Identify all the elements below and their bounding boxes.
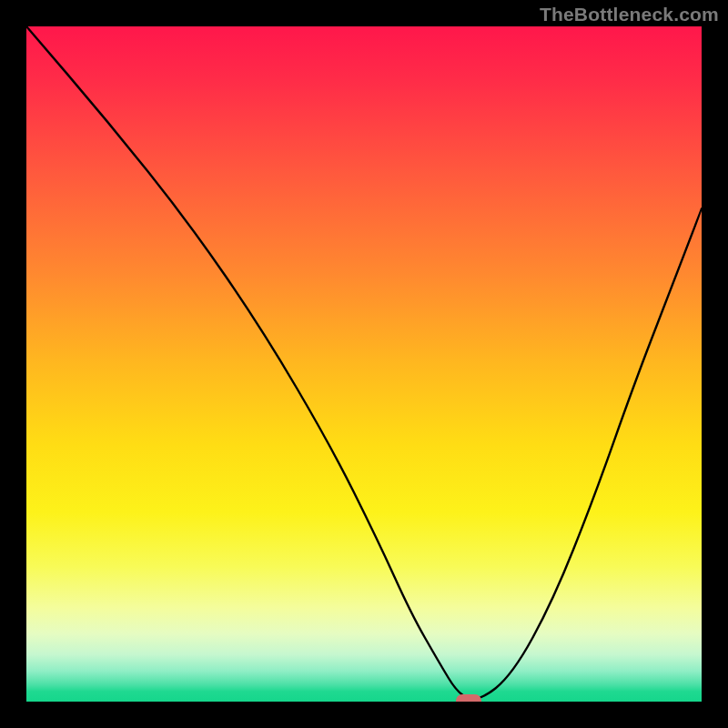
bottleneck-curve (26, 26, 702, 702)
attribution-label: TheBottleneck.com (540, 4, 719, 25)
chart-container: TheBottleneck.com (0, 0, 728, 728)
optimal-point-marker (456, 694, 481, 702)
plot-area (26, 26, 702, 702)
